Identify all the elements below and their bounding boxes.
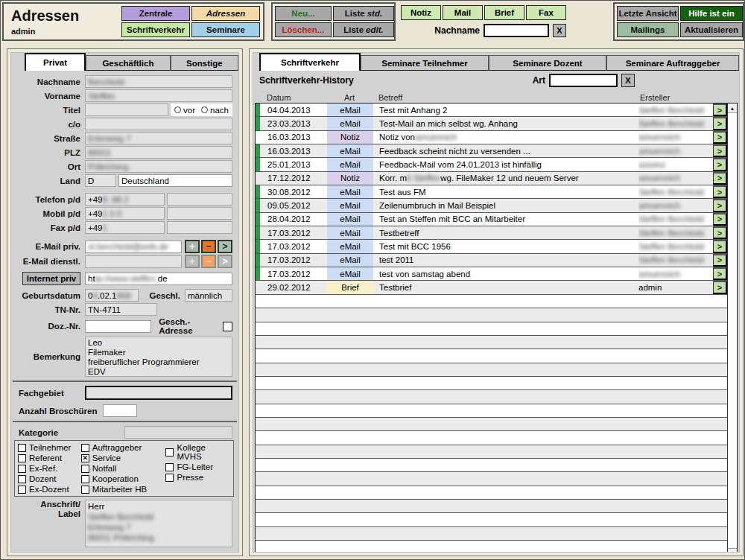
checkbox-referent[interactable] [18,454,26,462]
quick-fax-button[interactable]: Fax [526,5,566,20]
checkbox-notfall[interactable] [81,465,89,473]
history-row-empty [256,295,727,308]
open-record-button[interactable]: > [713,226,727,239]
checkbox-service[interactable]: ✕ [81,454,89,462]
doz-number-field[interactable] [85,320,151,333]
art-filter-clear-button[interactable]: X [621,74,635,87]
checkbox-fg-leiter[interactable] [165,463,174,471]
list-standard-button[interactable]: Listestd. [333,6,394,21]
nav-adressen[interactable]: Adressen [191,6,260,21]
tab-geschaeftlich[interactable]: Geschäftlich [86,55,171,71]
open-record-button[interactable]: > [713,172,727,185]
address-label-field[interactable]: HerrSteffen BerchtoldErlenweg 786911 Pri… [85,500,232,547]
tab-seminare-teilnehmer[interactable]: Seminare Teilnehmer [361,55,489,71]
email-send-button[interactable]: > [218,240,232,253]
checkbox-teilnehmer[interactable] [18,444,26,452]
clear-search-button[interactable]: X [553,24,566,37]
checkbox-kollege mvhs[interactable] [165,448,174,456]
fax-field-2[interactable] [167,221,232,234]
mailings-button[interactable]: Mailings [617,22,679,37]
specialty-field[interactable] [85,386,232,400]
tab-schriftverkehr[interactable]: Schriftverkehr [259,53,361,71]
street-field[interactable]: Erlenweg 7 [85,132,232,144]
category-option: Auftraggeber [81,443,166,452]
row-art: eMail [327,117,373,130]
country-code-field[interactable]: D [85,174,116,187]
phone-field[interactable]: +498. 88 2 [85,193,165,206]
website-field[interactable]: http://www.steffen.de [85,273,232,285]
checkbox-ex-dozent[interactable] [18,486,26,494]
firstname-field[interactable]: Steffen [85,89,232,102]
scrollbar[interactable]: ▲ ▼ [727,104,737,553]
email-add-button[interactable]: + [185,240,200,253]
email-private-field[interactable]: st.berchtold@web.de [85,241,182,253]
country-name-field[interactable]: Deutschland [118,174,232,187]
quick-mail-button[interactable]: Mail [443,5,483,20]
scroll-down-icon[interactable]: ▼ [728,548,737,553]
checkbox-mitarbeiter hb[interactable] [81,486,89,494]
radio-vor[interactable] [174,106,181,113]
fax-field[interactable]: +491 [85,221,165,234]
category-field[interactable] [124,426,232,439]
last-view-button[interactable]: Letzte Ansicht [617,6,679,21]
mobile-field[interactable]: +491 3 0 [85,207,165,220]
open-record-button[interactable]: > [713,104,727,116]
open-record-button[interactable]: > [713,254,727,267]
co-field[interactable] [85,118,232,130]
delete-record-button[interactable]: Löschen... [275,22,332,37]
lastname-field[interactable]: Berchtold [85,75,232,88]
remarks-field[interactable]: Leo Filemaker freiberuflicher Programmie… [85,337,232,377]
title-field[interactable] [85,104,168,116]
list-edit-button[interactable]: Listeedit. [333,22,394,37]
checkbox-kooperation[interactable] [81,475,89,483]
city-field[interactable]: Prittriching [85,160,232,173]
open-record-button[interactable]: > [713,281,727,293]
quick-notiz-button[interactable]: Notiz [401,5,441,20]
new-record-button[interactable]: Neu... [275,6,332,21]
email-work-add-button[interactable]: + [185,255,200,268]
art-filter-input[interactable] [549,74,618,87]
open-record-button[interactable]: > [713,267,727,280]
email-remove-button[interactable]: − [201,240,216,253]
checkbox-auftraggeber[interactable] [81,444,89,452]
view-actions-box: Letzte Ansicht Hilfe ist ein Mailings Ak… [613,2,744,41]
checkbox-dozent[interactable] [18,475,26,483]
open-record-button[interactable]: > [713,240,727,252]
tn-number-field[interactable]: TN-4711 [85,303,157,316]
refresh-button[interactable]: Aktualisieren [680,22,743,37]
open-record-button[interactable]: > [713,199,727,211]
tab-privat[interactable]: Privat [25,53,86,71]
tab-seminare-dozent[interactable]: Seminare Dozent [489,55,606,71]
tab-sonstige[interactable]: Sonstige [171,55,238,71]
open-record-button[interactable]: > [713,117,727,130]
specialty-label: Fachgebiet [14,389,85,398]
quick-brief-button[interactable]: Brief [484,5,524,20]
email-work-remove-button[interactable]: − [201,255,216,268]
checkbox-presse[interactable] [165,474,174,482]
checkbox-ex-ref.[interactable] [18,465,26,473]
phone-field-2[interactable] [167,193,232,206]
gender-field[interactable]: männlich [185,289,232,302]
nav-zentrale[interactable]: Zentrale [121,6,190,21]
open-record-button[interactable]: > [713,144,727,157]
brochures-field[interactable] [103,404,137,417]
email-work-send-button[interactable]: > [218,255,232,268]
open-record-button[interactable]: > [713,213,727,226]
zip-field[interactable]: 86911 [85,146,232,159]
scroll-up-icon[interactable]: ▲ [728,104,737,113]
open-record-button[interactable]: > [713,158,727,171]
tab-seminare-auftraggeber[interactable]: Seminare Auftraggeber [606,55,739,71]
open-record-button[interactable]: > [713,185,727,198]
birthdate-field[interactable]: 04.02.1958 [85,289,139,302]
nav-seminare[interactable]: Seminare [191,22,260,37]
nav-schriftverkehr[interactable]: Schriftverkehr [121,22,190,37]
open-record-button[interactable]: > [713,131,727,144]
business-address-checkbox[interactable] [223,322,232,331]
lastname-search-input[interactable] [484,24,549,37]
category-option: Dozent [18,474,81,483]
email-work-field[interactable] [85,255,182,268]
help-toggle-button[interactable]: Hilfe ist ein [680,6,743,21]
radio-nach[interactable] [201,106,208,113]
internet-private-button[interactable]: Internet priv [22,272,80,285]
mobile-field-2[interactable] [167,207,232,220]
